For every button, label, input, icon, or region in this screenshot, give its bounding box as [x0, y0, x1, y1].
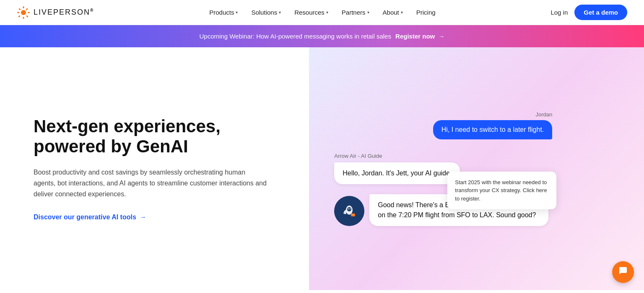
- chat-sender-label: Jordan: [334, 111, 552, 118]
- nav-item-pricing[interactable]: Pricing: [410, 5, 441, 19]
- svg-point-15: [352, 215, 353, 216]
- svg-rect-5: [18, 8, 21, 10]
- announcement-banner[interactable]: Upcoming Webinar: How AI-powered messagi…: [0, 25, 644, 47]
- floating-chat-button[interactable]: [612, 261, 634, 283]
- chat-bubble-user: Hi, I need to switch to a later flight.: [433, 120, 553, 139]
- svg-rect-7: [26, 8, 28, 10]
- nav-item-partners[interactable]: Partners ▾: [336, 5, 375, 19]
- banner-arrow-icon: →: [438, 33, 444, 40]
- svg-rect-3: [17, 12, 19, 13]
- chat-agent-label: Arrow Air - AI Guide: [334, 153, 552, 159]
- cta-arrow-icon: →: [140, 213, 146, 221]
- nav-item-products[interactable]: Products ▾: [203, 5, 244, 19]
- svg-point-12: [348, 208, 349, 209]
- chevron-down-icon: ▾: [401, 10, 403, 15]
- svg-rect-6: [26, 15, 29, 18]
- svg-point-0: [21, 10, 26, 15]
- nav-item-solutions[interactable]: Solutions ▾: [245, 5, 287, 19]
- svg-rect-14: [351, 213, 355, 216]
- svg-rect-1: [23, 6, 24, 8]
- chat-bubble-icon: [618, 266, 628, 276]
- bot-avatar-icon: [340, 202, 358, 220]
- hero-cta-link[interactable]: Discover our generative AI tools →: [34, 213, 284, 221]
- svg-rect-4: [28, 12, 30, 13]
- svg-rect-2: [23, 17, 24, 19]
- svg-point-13: [350, 208, 351, 209]
- liveperson-logo-icon: [17, 6, 30, 19]
- hero-section: Next-gen experiences, powered by GenAI B…: [0, 47, 644, 290]
- svg-rect-8: [18, 15, 21, 18]
- hero-description: Boost productivity and cost savings by s…: [34, 167, 268, 200]
- hero-right: Jordan Hi, I need to switch to a later f…: [309, 47, 644, 290]
- chevron-down-icon: ▾: [236, 10, 238, 15]
- get-demo-button[interactable]: Get a demo: [574, 5, 627, 20]
- nav-links: Products ▾ Solutions ▾ Resources ▾ Partn…: [203, 5, 441, 19]
- chat-bubble-bot-1: Hello, Jordan. It's Jett, your AI guide.: [334, 162, 460, 184]
- chevron-down-icon: ▾: [367, 10, 369, 15]
- logo-text: LIVEPERSON®: [34, 8, 94, 17]
- banner-text: Upcoming Webinar: How AI-powered messagi…: [200, 33, 391, 40]
- svg-point-11: [347, 207, 351, 211]
- hero-left: Next-gen experiences, powered by GenAI B…: [0, 47, 309, 290]
- login-button[interactable]: Log in: [551, 9, 568, 16]
- nav-item-about[interactable]: About ▾: [377, 5, 409, 19]
- chevron-down-icon: ▾: [279, 10, 281, 15]
- navbar: LIVEPERSON® Products ▾ Solutions ▾ Resou…: [0, 0, 644, 25]
- hero-title: Next-gen experiences, powered by GenAI: [34, 116, 284, 157]
- chat-illustration: Jordan Hi, I need to switch to a later f…: [334, 111, 552, 226]
- chat-avatar: [334, 196, 364, 226]
- banner-cta[interactable]: Register now →: [395, 33, 444, 40]
- chevron-down-icon: ▾: [326, 10, 328, 15]
- popup-card[interactable]: Start 2025 with the webinar needed to tr…: [447, 172, 556, 210]
- nav-actions: Log in Get a demo: [551, 5, 627, 20]
- svg-point-16: [353, 215, 354, 216]
- logo[interactable]: LIVEPERSON®: [17, 6, 94, 19]
- floating-chat-icon: [618, 266, 628, 278]
- nav-item-resources[interactable]: Resources ▾: [288, 5, 334, 19]
